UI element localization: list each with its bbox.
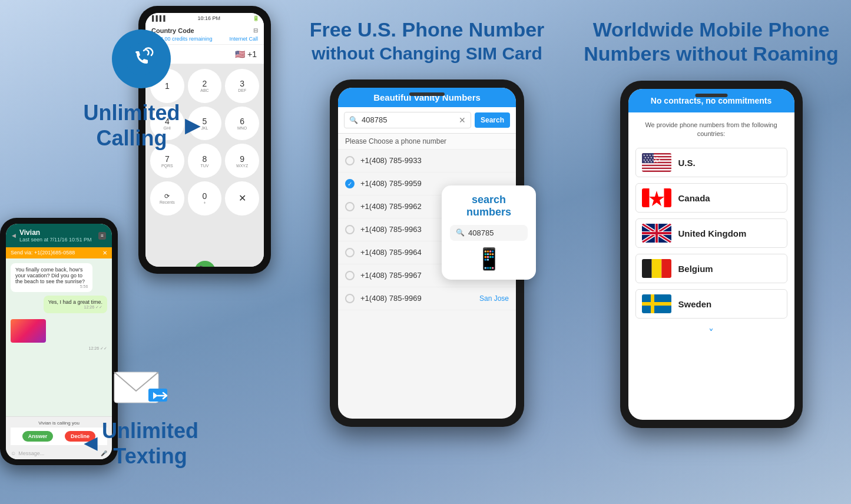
dial-key-0[interactable]: 0 + — [188, 181, 222, 215]
send-via-bar: Send via: +1(201)685-0588 ✕ — [6, 247, 112, 258]
call-icon-circle — [112, 29, 171, 88]
svg-rect-11 — [642, 169, 671, 170]
number-row-7[interactable]: +1(408) 785-9969 San Jose — [338, 287, 516, 310]
location-7: San Jose — [479, 294, 509, 303]
flag-ca — [642, 188, 671, 207]
country-row-us[interactable]: ★ ★ ★ ★ ★ ★ ★ ★ ★ ★ ★ ★ ★ ★ ★ ★ ★ ★ ★ ★ … — [635, 148, 787, 177]
no-sim-subheadline: without Changing SIM Card — [310, 42, 545, 65]
country-row-se[interactable]: Sweden — [635, 289, 787, 319]
right-phone-speaker — [695, 94, 727, 97]
right-section: Worldwide Mobile Phone Numbers without R… — [571, 0, 851, 504]
middle-section: Free U.S. Phone Number without Changing … — [283, 0, 571, 504]
search-input-mock[interactable]: 🔍 408785 ✕ — [344, 112, 471, 128]
svg-rect-35 — [651, 294, 654, 313]
radio-unselected-4[interactable] — [345, 225, 355, 234]
flag-us: ★ ★ ★ ★ ★ ★ ★ ★ ★ ★ ★ ★ ★ ★ ★ ★ ★ ★ ★ ★ … — [642, 153, 671, 172]
number-row-1[interactable]: +1(408) 785-9933 — [338, 150, 516, 173]
mail-icon-container — [112, 366, 171, 411]
worldwide-headline: Worldwide Mobile Phone — [584, 18, 839, 42]
dial-key-recents[interactable]: ⟳ Recents — [150, 181, 184, 215]
svg-rect-32 — [661, 259, 671, 278]
contact-status: Last seen at 7/11/16 10:51 PM — [19, 237, 92, 243]
svg-point-0 — [125, 43, 157, 75]
phone-title-bar: Beautiful Vanity Numbers — [338, 88, 516, 107]
phone-bubble-icon: 📱 — [476, 247, 502, 271]
choose-label: Please Choose a phone number — [338, 134, 516, 150]
scroll-down-indicator[interactable]: ˅ — [635, 327, 787, 340]
search-tooltip-bubble: search numbers 🔍 408785 📱 — [442, 185, 536, 280]
radio-unselected-5[interactable] — [345, 248, 355, 257]
country-row-uk[interactable]: United Kingdom — [635, 218, 787, 248]
svg-rect-30 — [642, 259, 652, 278]
emoji-icon: ☺ — [11, 450, 16, 456]
no-contracts-title: No contracts, no commitments — [637, 96, 786, 105]
us-flag-svg: ★ ★ ★ ★ ★ ★ ★ ★ ★ ★ ★ ★ ★ ★ ★ ★ ★ ★ ★ ★ … — [642, 153, 671, 172]
dial-key-6[interactable]: 6 MNO — [225, 107, 259, 141]
countries-description: We provide phone numbers from the follow… — [635, 121, 787, 139]
unlimited-texting-text: ◀ Unlimited Texting — [84, 418, 198, 469]
texting-arrow: ◀ — [84, 433, 97, 453]
se-flag-svg — [642, 294, 671, 313]
svg-text:★ ★ ★ ★ ★: ★ ★ ★ ★ ★ — [644, 160, 658, 163]
radio-unselected-1[interactable] — [345, 156, 355, 165]
search-icon: 🔍 — [349, 116, 358, 124]
phone-number-1: +1(408) 785-9933 — [360, 156, 509, 165]
phone-call-icon — [125, 43, 157, 75]
svg-rect-29 — [655, 224, 658, 243]
unlimited-texting-block: ◀ Unlimited Texting — [84, 366, 198, 469]
svg-rect-10 — [642, 167, 671, 168]
svg-rect-19 — [664, 188, 671, 207]
dial-key-clear[interactable]: ✕ — [225, 181, 259, 215]
right-phone-mockup: No contracts, no commitments We provide … — [620, 81, 803, 428]
middle-phone-wrapper: Beautiful Vanity Numbers 🔍 408785 ✕ Sear… — [330, 79, 524, 427]
middle-top-text: Free U.S. Phone Number without Changing … — [310, 18, 545, 65]
country-name-be: Belgium — [678, 264, 713, 274]
dial-key-9[interactable]: 9 WXYZ — [225, 144, 259, 178]
ca-flag-svg — [642, 188, 671, 207]
chat-image-thumb — [11, 319, 46, 343]
free-phone-headline: Free U.S. Phone Number — [310, 18, 545, 42]
country-name-us: U.S. — [678, 158, 696, 168]
received-message-1: You finally come back, how's your vacati… — [11, 263, 92, 292]
clear-search-icon[interactable]: ✕ — [459, 115, 466, 125]
mail-icon — [112, 366, 171, 409]
chat-header: ◀ Vivian Last seen at 7/11/16 10:51 PM ≡ — [6, 224, 112, 247]
radio-unselected-3[interactable] — [345, 202, 355, 211]
flag-uk — [642, 224, 671, 243]
texting-line: Texting — [102, 443, 198, 469]
be-flag-svg — [642, 259, 671, 278]
country-name-uk: United Kingdom — [678, 228, 747, 238]
svg-rect-9 — [642, 164, 671, 165]
tooltip-search-row: 🔍 408785 — [450, 225, 528, 241]
right-top-text: Worldwide Mobile Phone Numbers without R… — [584, 18, 839, 66]
call-type-label: Internet Call — [229, 36, 258, 42]
svg-rect-18 — [642, 188, 650, 207]
radio-unselected-7[interactable] — [345, 294, 355, 303]
unlimited-line: Unlimited — [83, 100, 180, 125]
unlimited-texting-line: Unlimited — [102, 418, 198, 443]
country-name-ca: Canada — [678, 193, 710, 203]
svg-rect-31 — [651, 259, 661, 278]
unlimited-calling-block: Unlimited Calling ▶ — [83, 29, 199, 151]
tooltip-search-value: 408785 — [468, 228, 494, 237]
radio-selected-2[interactable] — [345, 179, 355, 188]
country-row-ca[interactable]: Canada — [635, 183, 787, 213]
flag-be — [642, 259, 671, 278]
answer-button[interactable]: Answer — [22, 431, 54, 442]
main-content: ▐▐▐▐ 10:16 PM 🔋 Country Code ⊟ 1263.00 c… — [0, 0, 851, 504]
flag-se — [642, 294, 671, 313]
dial-key-3[interactable]: 3 DEF — [225, 69, 259, 103]
country-row-be[interactable]: Belgium — [635, 254, 787, 283]
flag-us-small: 🇺🇸 — [235, 49, 245, 59]
call-button[interactable]: 📞 — [194, 261, 216, 267]
phone-speaker — [409, 92, 445, 96]
search-button[interactable]: Search — [475, 112, 510, 128]
tooltip-search-icon: 🔍 — [456, 228, 465, 237]
uk-flag-svg — [642, 224, 671, 243]
search-value: 408785 — [362, 115, 455, 124]
radio-unselected-6[interactable] — [345, 271, 355, 280]
right-phone-header: No contracts, no commitments — [628, 89, 794, 112]
dial-status-bar: ▐▐▐▐ 10:16 PM 🔋 — [145, 13, 264, 24]
phone-number-7: +1(408) 785-9969 — [360, 294, 473, 303]
signal-icon: ▐▐▐▐ — [150, 15, 165, 21]
